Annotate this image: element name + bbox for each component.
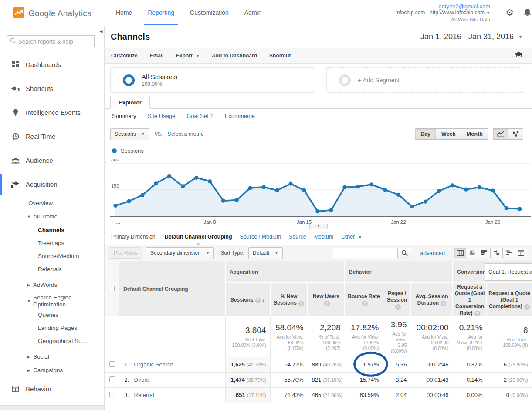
gear-icon[interactable]: ⚙ <box>505 7 514 18</box>
all-sessions-segment[interactable]: All Sessions 100.00% <box>110 67 314 93</box>
column-header-pages-session[interactable]: Pages / Session? <box>383 283 411 317</box>
sidebar-item-treemaps[interactable]: Treemaps <box>0 236 104 249</box>
chart-collapse-handle[interactable]: ▼ <box>309 224 328 229</box>
column-header-request-a-quote-goal-1-completions-[interactable]: Request a Quote (Goal 1 Completions)? <box>487 283 532 317</box>
sidebar-item-social[interactable]: ▶Social <box>0 350 104 363</box>
subtab-site-usage[interactable]: Site Usage <box>148 113 176 119</box>
table-search-button[interactable] <box>397 248 412 258</box>
account-email[interactable]: getyler2@gmail.com <box>396 3 490 10</box>
help-icon[interactable]: ? <box>298 301 304 306</box>
row-checkbox[interactable] <box>109 392 115 397</box>
sort-type-dropdown[interactable]: Default ▼ <box>248 247 283 259</box>
shortcut-button[interactable]: Shortcut <box>269 53 291 59</box>
channel-link[interactable]: Organic Search <box>134 361 173 368</box>
select-all-checkbox[interactable] <box>109 286 115 291</box>
sidebar-item-adwords[interactable]: ▶AdWords <box>0 278 104 292</box>
help-icon[interactable]: ? <box>255 298 261 303</box>
date-range-selector[interactable]: Jan 1, 2016 - Jan 31, 2016 ▼ <box>420 32 522 41</box>
performance-view-icon[interactable] <box>478 248 491 258</box>
row-checkbox[interactable] <box>109 376 115 382</box>
column-header--new-sessions[interactable]: % New Sessions? <box>270 283 308 317</box>
topnav-home[interactable]: Home <box>108 0 140 25</box>
dimension-column-header[interactable]: Default Channel Grouping <box>119 261 225 317</box>
notifications-bell-icon[interactable] <box>523 8 532 19</box>
secondary-dimension-dropdown[interactable]: Secondary dimension ▼ <box>146 247 214 259</box>
subtab-goal-set-1[interactable]: Goal Set 1 <box>186 113 213 119</box>
sidebar-item-channels[interactable]: Channels <box>0 223 104 236</box>
help-icon[interactable]: ? <box>324 301 330 306</box>
granularity-month[interactable]: Month <box>461 128 488 140</box>
account-property[interactable]: infochip.com - http://www.infochip.com▼ <box>396 10 490 17</box>
table-search-input[interactable] <box>333 248 397 258</box>
granularity-day[interactable]: Day <box>415 128 436 140</box>
help-icon[interactable]: ? <box>474 311 480 316</box>
line-chart-icon[interactable] <box>493 128 508 140</box>
email-button[interactable]: Email <box>150 53 164 59</box>
column-header-new-users[interactable]: New Users? <box>308 283 345 317</box>
sidebar-item-all-traffic[interactable]: ▼All Traffic <box>0 210 104 223</box>
search-input[interactable] <box>18 38 88 45</box>
google-analytics-logo[interactable]: Google Analytics <box>13 7 91 20</box>
help-icon[interactable]: ? <box>395 304 401 310</box>
tab-explorer[interactable]: Explorer <box>110 96 150 109</box>
sidebar-item-referrals[interactable]: Referrals <box>0 262 104 276</box>
plot-rows-button[interactable]: Plot Rows <box>109 247 142 259</box>
goal-selector-dropdown[interactable]: Goal 1: Request a C <box>485 263 532 281</box>
motion-chart-icon[interactable] <box>508 128 523 140</box>
sidebar-item-acquisition[interactable]: Acquisition <box>0 172 104 196</box>
column-header-bounce-rate[interactable]: Bounce Rate? <box>345 283 383 317</box>
account-info[interactable]: getyler2@gmail.com infochip.com - http:/… <box>396 3 490 23</box>
column-header-avg-session-duration[interactable]: Avg. Session Duration? <box>411 283 453 317</box>
sidebar-collapse-strip[interactable]: ◀ <box>98 26 104 410</box>
comparison-view-icon[interactable] <box>491 248 503 258</box>
sidebar-item-landing-pages[interactable]: Landing Pages <box>0 321 104 334</box>
channel-link[interactable]: Referral <box>134 392 154 398</box>
column-header-sessions[interactable]: Sessions?↓ <box>225 283 270 317</box>
sidebar-item-overview[interactable]: Overview <box>0 196 104 210</box>
dimension-other[interactable]: Other ▼ <box>341 234 362 240</box>
dimension-medium[interactable]: Medium <box>314 234 333 240</box>
cell-completions: 6(75.00%) <box>487 357 532 372</box>
table-view-icon[interactable] <box>454 248 466 258</box>
row-checkbox[interactable] <box>109 361 115 367</box>
add-to-dashboard-button[interactable]: Add to Dashboard <box>212 53 257 59</box>
sidebar-item-queries[interactable]: Queries <box>0 308 104 321</box>
metric-dropdown[interactable]: Sessions ▼ <box>110 128 149 140</box>
advanced-search-link[interactable]: advanced <box>420 250 445 256</box>
topnav-admin[interactable]: Admin <box>237 0 270 25</box>
subtab-summary[interactable]: Summary <box>112 113 136 119</box>
dimension-source[interactable]: Source <box>289 234 306 240</box>
export-button[interactable]: Export ▼ <box>176 53 200 59</box>
customize-button[interactable]: Customize <box>111 53 138 59</box>
sidebar-item-source-medium[interactable]: Source/Medium <box>0 249 104 262</box>
topnav-customization[interactable]: Customization <box>182 0 237 25</box>
sidebar-item-campaigns[interactable]: ▶Campaigns <box>0 363 104 377</box>
granularity-week[interactable]: Week <box>436 128 461 140</box>
subtab-ecommerce[interactable]: Ecommerce <box>225 113 255 119</box>
percentage-view-icon[interactable] <box>466 248 478 258</box>
dimension-source-medium[interactable]: Source / Medium <box>240 234 281 240</box>
sessions-chart[interactable]: 150300…Jan 8Jan 15Jan 22Jan 29 <box>105 159 531 225</box>
sidebar-item-dashboards[interactable]: Dashboards <box>0 53 104 77</box>
sidebar-item-behavior[interactable]: Behavior <box>0 377 104 401</box>
sidebar-item-geographical-su-[interactable]: Geographical Su… <box>0 334 104 347</box>
term-cloud-view-icon[interactable] <box>503 248 515 258</box>
academy-cap-icon[interactable] <box>514 52 523 60</box>
sidebar-item-audience[interactable]: Audience <box>0 148 104 172</box>
sidebar-search[interactable] <box>7 35 95 47</box>
sidebar-item-intelligence-events[interactable]: Intelligence Events <box>0 101 104 124</box>
help-icon[interactable]: ? <box>441 301 446 306</box>
help-icon[interactable]: ? <box>362 301 368 306</box>
sidebar-item-shortcuts[interactable]: Shortcuts <box>0 77 104 101</box>
channel-link[interactable]: Direct <box>134 376 149 383</box>
column-header-request-a-quote-goal-1-conversion-rate-[interactable]: Request a Quote (Goal 1 Conversion Rate)… <box>453 283 487 317</box>
help-icon[interactable]: ? <box>524 304 530 310</box>
add-segment-button[interactable]: + Add Segment <box>326 67 523 93</box>
select-metric-link[interactable]: Select a metric <box>167 131 203 137</box>
sidebar-item-search-engine-optimization[interactable]: ▼Search Engine Optimization <box>0 294 104 308</box>
topnav-reporting[interactable]: Reporting <box>140 0 182 25</box>
sidebar-item-real-time[interactable]: Real-Time <box>0 124 104 148</box>
collapse-left-icon[interactable]: ◀ <box>98 29 104 34</box>
pivot-view-icon[interactable] <box>515 248 527 258</box>
dimension-default-channel-grouping[interactable]: Default Channel Grouping <box>165 234 232 240</box>
